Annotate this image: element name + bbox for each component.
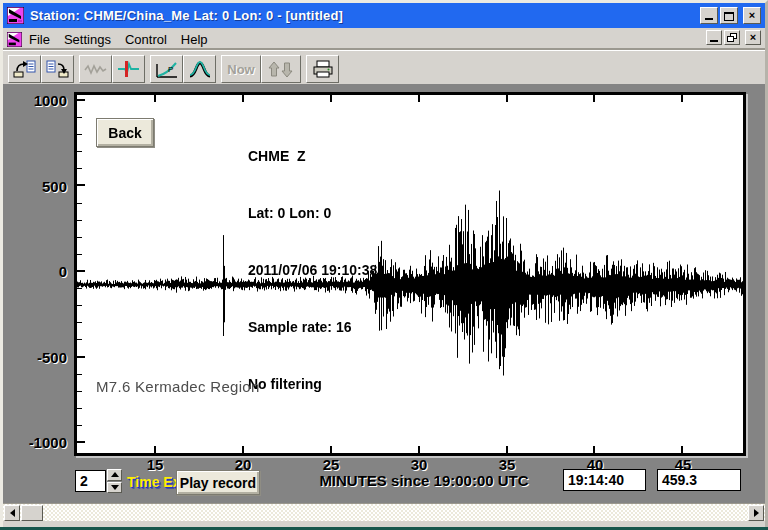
menu-item-help[interactable]: Help [174,30,215,49]
left-arrow-icon [10,509,15,517]
restore-icon [727,33,737,43]
menu-item-settings[interactable]: Settings [57,30,118,49]
spinner-up-button[interactable] [107,469,122,481]
minimize-icon [705,11,714,20]
scrollbar-thumb[interactable] [21,505,43,521]
svg-text:P: P [168,65,173,74]
app-window: Station: CHME/China_Me Lat: 0 Lon: 0 - [… [0,0,768,530]
mdi-restore-button[interactable] [724,30,740,45]
time-expansion-label: Time Ex [127,474,180,490]
window-title: Station: CHME/China_Me Lat: 0 Lon: 0 - [… [30,8,343,23]
x-tick-label: 35 [485,456,529,473]
scroll-left-button[interactable] [4,505,20,521]
x-tick-label: 25 [309,456,353,473]
scroll-right-button[interactable] [748,505,764,521]
record-start-time: 2011/07/06 19:10:38 [248,261,377,280]
scroll-updown-button [261,55,301,83]
filter-status: No filtering [248,375,377,394]
pick-arrival-icon [117,60,141,79]
client-area: 1000 500 0 -500 -1000 Back CHME Z Lat: 0… [3,84,765,503]
close-icon: × [749,10,755,21]
x-tick-label: 15 [133,456,177,473]
travel-time-curve-icon: P [155,60,179,79]
y-tick-label: 1000 [15,92,67,109]
printer-icon [311,60,335,79]
maximize-icon [724,11,734,21]
filter-button[interactable] [183,55,216,83]
spinner-down-button[interactable] [107,482,122,494]
document-icon[interactable] [7,32,22,47]
minimize-icon [710,33,719,42]
x-tick-label: 30 [397,456,441,473]
right-arrow-icon [754,509,759,517]
y-tick-label: 500 [15,178,67,195]
y-tick-label: 0 [15,263,67,280]
mdi-minimize-button[interactable] [706,30,722,45]
now-label: Now [227,62,254,77]
open-record-icon [13,60,37,79]
current-time-display: 19:14:40 [563,469,646,491]
title-bar: Station: CHME/China_Me Lat: 0 Lon: 0 - [… [3,3,765,28]
cursor-value-display: 459.3 [657,469,741,491]
close-button[interactable]: × [743,7,761,24]
close-icon: × [750,32,756,43]
print-button[interactable] [306,55,339,83]
station-latlon: Lat: 0 Lon: 0 [248,204,377,223]
x-axis-caption: MINUTES since 19:00:00 UTC [299,472,549,489]
extract-record-button[interactable] [41,55,74,83]
sample-rate: Sample rate: 16 [248,318,377,337]
wave-icon [84,60,108,79]
time-expansion-input[interactable] [75,470,106,492]
station-channel: CHME Z [248,147,377,166]
y-tick-label: -1000 [15,434,67,451]
wave-view-button [79,55,112,83]
horizontal-scrollbar[interactable] [3,503,765,521]
open-record-button[interactable] [8,55,41,83]
pick-arrival-button[interactable] [112,55,145,83]
menu-item-control[interactable]: Control [118,30,174,49]
minimize-button[interactable] [700,7,718,24]
now-button: Now [221,55,261,83]
play-record-button[interactable]: Play record [176,470,260,495]
back-button[interactable]: Back [96,118,154,147]
menu-item-file[interactable]: File [22,30,57,49]
seismogram-canvas[interactable] [77,95,743,453]
event-annotation: M7.6 Kermadec Region [96,378,260,395]
up-arrow-icon [111,472,119,477]
travel-time-button[interactable]: P [150,55,183,83]
up-down-arrows-icon [268,60,294,79]
mdi-close-button[interactable]: × [745,30,761,45]
seismogram-plot[interactable]: Back CHME Z Lat: 0 Lon: 0 2011/07/06 19:… [74,92,746,456]
down-arrow-icon [111,485,119,490]
app-icon[interactable] [7,7,24,24]
station-info: CHME Z Lat: 0 Lon: 0 2011/07/06 19:10:38… [248,109,377,432]
extract-record-icon [46,60,70,79]
time-expansion-spinner [107,469,122,493]
maximize-button[interactable] [720,7,738,24]
menu-bar: File Settings Control Help × [3,28,765,50]
y-tick-label: -500 [15,349,67,366]
bell-curve-icon [188,60,212,79]
toolbar: P Now [3,50,765,87]
